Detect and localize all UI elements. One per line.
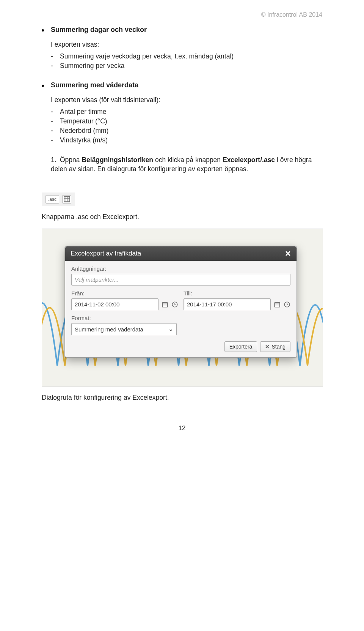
close-icon[interactable]: ✕ [285,250,291,257]
figure-caption: Knapparna .asc och Excelexport. [42,213,322,221]
chevron-down-icon: ⌄ [168,326,173,333]
calendar-icon[interactable] [162,301,168,308]
svg-rect-0 [162,303,168,307]
header-copyright: © Infracontrol AB 2014 [42,11,322,18]
dash-icon: - [51,136,60,144]
dash-icon: - [51,52,60,60]
dash-icon: - [51,117,60,125]
page-number: 12 [42,424,322,432]
dash-icon: - [51,108,60,116]
list-item: Vindstyrka (m/s) [60,136,108,144]
label-from: Från: [71,290,178,297]
section-heading: Summering dagar och veckor [51,26,147,34]
section-intro: I exporten visas (för valt tidsintervall… [51,96,322,104]
section-list: -Antal per timme -Temperatur (°C) -Neder… [51,108,322,144]
label-format: Format: [71,315,290,321]
close-x-icon: ✕ [265,344,270,350]
export-button[interactable]: Exportera [224,341,257,352]
close-button[interactable]: ✕Stäng [260,341,290,352]
section-heading: Summering med väderdata [51,81,138,89]
list-item: Nederbörd (mm) [60,127,108,135]
list-item: Summering varje veckodag per vecka, t.ex… [60,52,234,60]
figure-caption: Dialogruta för konfigurering av Excelexp… [42,394,322,402]
label-anlaggningar: Anläggningar: [71,265,290,272]
export-dialog: Excelexport av trafikdata ✕ Anläggningar… [65,246,297,358]
calendar-icon[interactable] [274,301,281,308]
dialog-title: Excelexport av trafikdata [71,250,141,257]
from-datetime-field[interactable]: 2014-11-02 00:00 [71,298,158,310]
to-datetime-field[interactable]: 2014-11-17 00:00 [184,298,271,310]
step-number: 1. [51,156,60,165]
excelexport-button[interactable] [62,195,71,203]
clock-icon[interactable] [171,301,178,308]
section-intro: I exporten visas: [51,41,322,49]
bullet-icon [42,85,44,87]
list-item: Summering per vecka [60,62,124,70]
dialog-screenshot: Excelexport av trafikdata ✕ Anläggningar… [42,229,323,387]
step-paragraph: 1.Öppna Beläggningshistoriken och klicka… [51,156,322,174]
anlaggningar-select[interactable]: Välj mätpunkter... [71,274,290,286]
dialog-titlebar: Excelexport av trafikdata ✕ [65,246,297,261]
dash-icon: - [51,127,60,135]
dash-icon: - [51,62,60,70]
section-list: -Summering varje veckodag per vecka, t.e… [51,52,322,70]
clock-icon[interactable] [284,301,290,308]
asc-button[interactable]: .asc [46,195,59,203]
label-to: Till: [184,290,290,297]
document-page: © Infracontrol AB 2014 Summering dagar o… [0,0,364,447]
toolbar-screenshot: .asc [42,192,75,206]
bullet-icon [42,29,44,32]
grid-icon [64,196,70,202]
format-select[interactable]: Summering med väderdata ⌄ [71,323,177,335]
list-item: Antal per timme [60,108,107,116]
svg-rect-5 [275,303,280,307]
list-item: Temperatur (°C) [60,117,107,125]
